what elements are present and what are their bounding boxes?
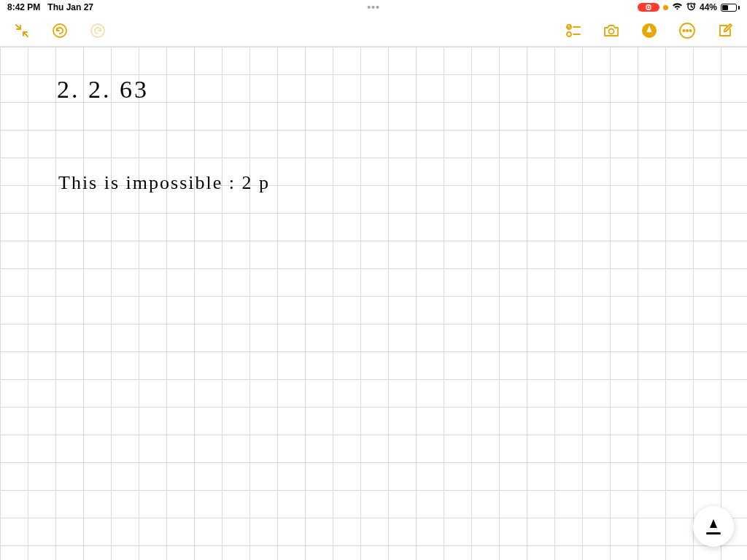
notes-toolbar xyxy=(0,15,747,47)
svg-point-12 xyxy=(683,29,684,31)
status-bar: 8:42 PM Thu Jan 27 ••• 44% xyxy=(0,0,747,15)
battery-icon xyxy=(721,4,740,12)
markup-icon[interactable] xyxy=(640,22,658,39)
svg-point-1 xyxy=(648,7,650,9)
multitasking-dots-icon[interactable]: ••• xyxy=(367,1,380,13)
note-canvas[interactable]: 2. 2. 63 This is impossible : 2 p xyxy=(0,47,747,560)
undo-icon[interactable] xyxy=(51,22,69,39)
svg-point-13 xyxy=(686,29,688,31)
alarm-icon xyxy=(686,1,696,13)
pencil-tool-widget[interactable] xyxy=(693,506,734,547)
svg-point-3 xyxy=(53,24,66,37)
screen-recording-pill[interactable] xyxy=(638,3,659,12)
wifi-icon xyxy=(672,2,683,12)
handwritten-line-1: This is impossible : 2 p xyxy=(58,172,270,194)
redo-icon xyxy=(89,22,107,39)
svg-point-4 xyxy=(91,24,104,37)
mic-indicator-icon xyxy=(663,5,668,10)
status-date: Thu Jan 27 xyxy=(47,2,93,12)
camera-icon[interactable] xyxy=(603,22,620,39)
more-icon[interactable] xyxy=(678,22,696,39)
toolbar-left xyxy=(13,22,107,39)
handwritten-title: 2. 2. 63 xyxy=(57,76,149,104)
checklist-icon[interactable] xyxy=(565,22,582,39)
status-left: 8:42 PM Thu Jan 27 xyxy=(7,2,93,12)
svg-point-14 xyxy=(689,29,691,31)
toolbar-right xyxy=(565,22,734,39)
compose-icon[interactable] xyxy=(716,22,734,39)
status-right: 44% xyxy=(638,1,740,13)
battery-percent: 44% xyxy=(700,2,717,12)
pencil-bar-icon xyxy=(706,532,721,534)
svg-point-7 xyxy=(567,32,571,36)
pencil-tip-icon xyxy=(710,519,717,528)
svg-point-9 xyxy=(609,28,614,34)
status-time: 8:42 PM xyxy=(7,2,40,12)
collapse-icon[interactable] xyxy=(13,22,31,39)
